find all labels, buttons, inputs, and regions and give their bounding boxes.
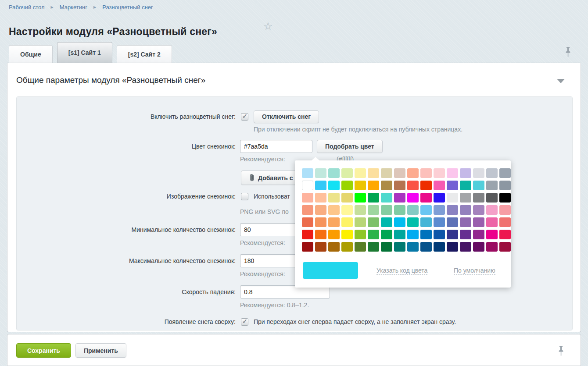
palette-swatch[interactable] — [315, 217, 326, 227]
palette-swatch[interactable] — [499, 217, 511, 227]
palette-swatch[interactable] — [407, 193, 419, 203]
breadcrumb-link-marketing[interactable]: Маркетинг — [60, 4, 87, 11]
palette-swatch[interactable] — [420, 230, 432, 239]
palette-swatch[interactable] — [420, 168, 432, 178]
save-button[interactable]: Сохранить — [16, 343, 71, 358]
top-appear-checkbox[interactable] — [241, 318, 248, 326]
palette-swatch[interactable] — [368, 181, 379, 190]
palette-swatch[interactable] — [328, 242, 340, 252]
palette-swatch[interactable] — [486, 242, 498, 252]
palette-swatch[interactable] — [499, 193, 511, 203]
palette-swatch[interactable] — [460, 205, 471, 215]
palette-swatch[interactable] — [434, 168, 445, 178]
palette-swatch[interactable] — [460, 168, 471, 178]
palette-swatch[interactable] — [420, 217, 432, 227]
palette-swatch[interactable] — [473, 205, 484, 215]
palette-swatch[interactable] — [447, 242, 458, 252]
palette-swatch[interactable] — [486, 168, 498, 178]
palette-swatch[interactable] — [486, 205, 498, 215]
snow-color-input[interactable] — [240, 140, 312, 153]
palette-swatch[interactable] — [341, 181, 353, 190]
palette-swatch[interactable] — [434, 181, 445, 190]
disable-snow-button[interactable]: Отключить снег — [254, 110, 319, 123]
palette-swatch[interactable] — [381, 242, 392, 252]
palette-swatch[interactable] — [420, 242, 432, 252]
palette-swatch[interactable] — [407, 168, 419, 178]
palette-swatch[interactable] — [407, 205, 419, 215]
palette-swatch[interactable] — [381, 193, 392, 203]
palette-swatch[interactable] — [394, 181, 405, 190]
tab-site1[interactable]: [s1] Сайт 1 — [57, 42, 112, 63]
palette-swatch[interactable] — [460, 230, 471, 239]
palette-swatch[interactable] — [355, 217, 366, 227]
palette-swatch[interactable] — [341, 242, 353, 252]
palette-swatch[interactable] — [407, 217, 419, 227]
palette-swatch[interactable] — [407, 230, 419, 239]
palette-swatch[interactable] — [394, 168, 405, 178]
palette-swatch[interactable] — [368, 217, 379, 227]
palette-swatch[interactable] — [381, 230, 392, 239]
palette-swatch[interactable] — [315, 242, 326, 252]
palette-swatch[interactable] — [420, 193, 432, 203]
palette-swatch[interactable] — [394, 230, 405, 239]
palette-swatch[interactable] — [473, 242, 484, 252]
palette-swatch[interactable] — [447, 217, 458, 227]
palette-swatch[interactable] — [434, 205, 445, 215]
palette-swatch[interactable] — [381, 168, 392, 178]
palette-swatch[interactable] — [341, 205, 353, 215]
palette-swatch[interactable] — [473, 168, 484, 178]
palette-swatch[interactable] — [315, 230, 326, 239]
palette-swatch[interactable] — [315, 193, 326, 203]
tab-site2[interactable]: [s2] Сайт 2 — [117, 45, 172, 63]
palette-swatch[interactable] — [434, 230, 445, 239]
palette-swatch[interactable] — [460, 242, 471, 252]
palette-swatch[interactable] — [499, 205, 511, 215]
palette-swatch[interactable] — [420, 205, 432, 215]
palette-swatch[interactable] — [355, 168, 366, 178]
palette-swatch[interactable] — [381, 217, 392, 227]
collapse-section-icon[interactable] — [557, 79, 565, 83]
palette-swatch[interactable] — [447, 230, 458, 239]
palette-swatch[interactable] — [394, 242, 405, 252]
palette-swatch[interactable] — [368, 230, 379, 239]
tab-general[interactable]: Общие — [9, 45, 53, 63]
palette-swatch[interactable] — [499, 181, 511, 190]
palette-swatch[interactable] — [434, 193, 445, 203]
palette-swatch[interactable] — [355, 242, 366, 252]
palette-swatch[interactable] — [486, 181, 498, 190]
palette-swatch[interactable] — [434, 242, 445, 252]
favorite-star-icon[interactable]: ☆ — [263, 21, 273, 32]
palette-swatch[interactable] — [355, 205, 366, 215]
palette-swatch[interactable] — [341, 230, 353, 239]
palette-swatch[interactable] — [368, 242, 379, 252]
palette-swatch[interactable] — [407, 181, 419, 190]
palette-swatch[interactable] — [328, 217, 340, 227]
palette-swatch[interactable] — [381, 205, 392, 215]
palette-swatch[interactable] — [302, 205, 313, 215]
palette-swatch[interactable] — [302, 193, 313, 203]
palette-swatch[interactable] — [368, 193, 379, 203]
palette-swatch[interactable] — [302, 181, 313, 190]
palette-swatch[interactable] — [460, 193, 471, 203]
palette-swatch[interactable] — [447, 193, 458, 203]
palette-swatch[interactable] — [486, 217, 498, 227]
palette-swatch[interactable] — [315, 168, 326, 178]
palette-swatch[interactable] — [368, 205, 379, 215]
palette-swatch[interactable] — [394, 217, 405, 227]
palette-swatch[interactable] — [486, 230, 498, 239]
palette-swatch[interactable] — [328, 193, 340, 203]
palette-swatch[interactable] — [328, 181, 340, 190]
palette-swatch[interactable] — [473, 217, 484, 227]
palette-swatch[interactable] — [434, 217, 445, 227]
palette-swatch[interactable] — [420, 181, 432, 190]
pick-color-button[interactable]: Подобрать цвет — [317, 140, 383, 153]
palette-swatch[interactable] — [447, 181, 458, 190]
palette-swatch[interactable] — [368, 168, 379, 178]
palette-swatch[interactable] — [499, 242, 511, 252]
default-color-link[interactable]: По умолчанию — [454, 267, 495, 275]
breadcrumb-link-module[interactable]: Разноцветный снег — [102, 4, 153, 11]
palette-swatch[interactable] — [381, 181, 392, 190]
palette-swatch[interactable] — [407, 242, 419, 252]
palette-swatch[interactable] — [355, 193, 366, 203]
palette-swatch[interactable] — [341, 217, 353, 227]
